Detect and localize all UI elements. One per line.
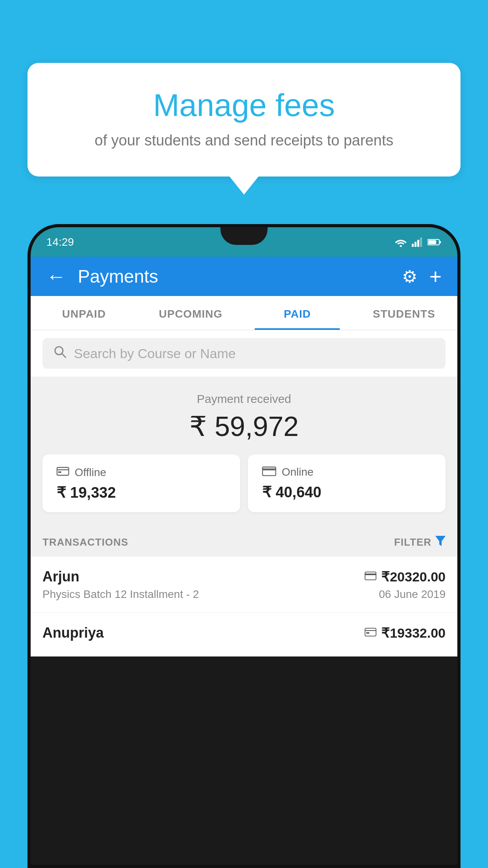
status-time: 14:29	[46, 236, 74, 248]
offline-amount: ₹ 19,332	[57, 484, 226, 501]
transaction-amount-wrap: ₹19332.00	[365, 625, 446, 641]
svg-marker-15	[435, 536, 446, 546]
app-header: ← Payments ⚙ +	[31, 257, 457, 296]
table-row[interactable]: Arjun ₹20320.00 Physics Batch 12 Install…	[31, 557, 457, 613]
online-payment-card: Online ₹ 40,640	[248, 454, 446, 512]
svg-rect-2	[415, 242, 416, 247]
add-icon[interactable]: +	[429, 264, 442, 289]
svg-point-0	[400, 245, 402, 247]
transaction-amount: ₹20320.00	[381, 569, 446, 585]
svg-rect-13	[262, 467, 276, 476]
search-icon	[53, 345, 67, 362]
offline-payment-card: Offline ₹ 19,332	[42, 454, 240, 512]
svg-rect-12	[58, 471, 61, 473]
payment-summary: Payment received ₹ 59,972 Offline ₹ 19,3…	[31, 377, 457, 524]
settings-icon[interactable]: ⚙	[402, 267, 417, 287]
transaction-name: Arjun	[42, 568, 79, 585]
transaction-name: Anupriya	[42, 625, 104, 641]
search-container: Search by Course or Name	[31, 330, 457, 377]
transaction-payment-icon2	[365, 626, 376, 640]
tabs-bar: UNPAID UPCOMING PAID STUDENTS	[31, 296, 457, 330]
header-title: Payments	[78, 266, 158, 287]
phone-notch	[220, 227, 268, 245]
transaction-row2: Physics Batch 12 Installment - 2 06 June…	[42, 588, 446, 601]
online-card-header: Online	[262, 465, 431, 479]
offline-label: Offline	[75, 466, 106, 479]
svg-rect-4	[420, 237, 422, 247]
svg-rect-3	[417, 240, 419, 247]
status-icons	[394, 237, 442, 247]
transaction-row1: Arjun ₹20320.00	[42, 568, 446, 585]
svg-rect-16	[365, 572, 376, 580]
transaction-amount-wrap: ₹20320.00	[365, 569, 446, 585]
payment-cards: Offline ₹ 19,332 Online ₹ 40,640	[42, 454, 446, 512]
tab-students[interactable]: STUDENTS	[351, 296, 458, 330]
search-placeholder-text: Search by Course or Name	[74, 346, 236, 361]
transaction-date: 06 June 2019	[379, 588, 446, 601]
status-bar: 14:29	[31, 227, 457, 257]
tooltip-title: Manage fees	[51, 86, 437, 124]
wifi-icon	[394, 237, 407, 247]
transactions-header: TRANSACTIONS FILTER	[31, 524, 457, 557]
tab-paid[interactable]: PAID	[244, 296, 351, 330]
online-label: Online	[282, 466, 314, 478]
svg-rect-20	[366, 632, 369, 634]
transaction-list: Arjun ₹20320.00 Physics Batch 12 Install…	[31, 557, 457, 657]
offline-card-header: Offline	[57, 465, 226, 479]
transaction-amount: ₹19332.00	[381, 625, 446, 641]
payment-received-label: Payment received	[42, 392, 446, 406]
filter-icon	[435, 536, 446, 549]
table-row[interactable]: Anupriya ₹19332.00	[31, 613, 457, 657]
svg-rect-1	[412, 244, 414, 247]
payment-total-amount: ₹ 59,972	[42, 410, 446, 443]
online-amount: ₹ 40,640	[262, 484, 431, 501]
tooltip-card: Manage fees of your students and send re…	[28, 63, 460, 177]
search-input-wrap[interactable]: Search by Course or Name	[42, 338, 446, 369]
svg-rect-7	[439, 241, 441, 243]
battery-icon	[427, 238, 442, 246]
back-button[interactable]: ←	[46, 265, 66, 288]
tab-unpaid[interactable]: UNPAID	[31, 296, 138, 330]
svg-line-9	[62, 353, 66, 357]
transaction-course: Physics Batch 12 Installment - 2	[42, 588, 199, 601]
signal-icon	[412, 237, 423, 247]
tab-upcoming[interactable]: UPCOMING	[138, 296, 244, 330]
offline-icon	[57, 465, 69, 479]
header-left: ← Payments	[46, 265, 158, 288]
svg-rect-6	[428, 240, 436, 244]
header-right: ⚙ +	[402, 264, 442, 289]
transactions-label: TRANSACTIONS	[42, 536, 128, 548]
tooltip-subtitle: of your students and send receipts to pa…	[51, 132, 437, 149]
online-icon	[262, 465, 276, 479]
filter-label: FILTER	[394, 536, 431, 548]
transaction-row1: Anupriya ₹19332.00	[42, 625, 446, 641]
transaction-payment-icon	[365, 570, 376, 583]
filter-button[interactable]: FILTER	[394, 536, 446, 549]
phone-frame: 14:29 ←	[28, 224, 460, 868]
